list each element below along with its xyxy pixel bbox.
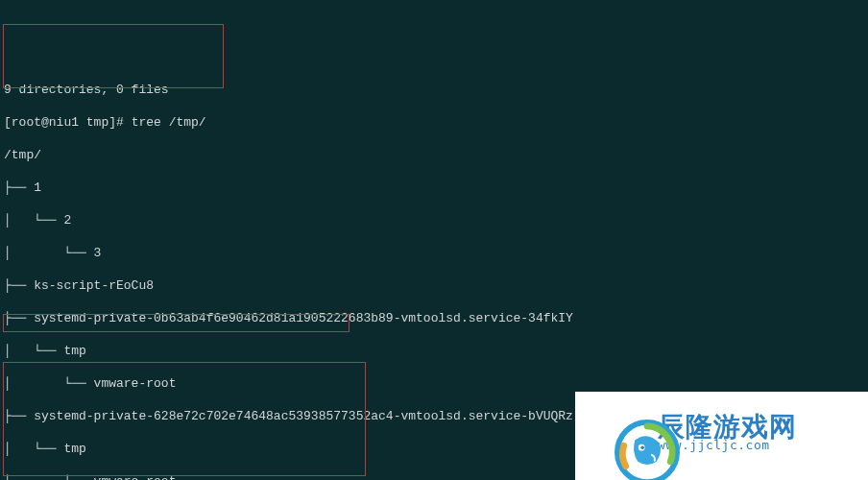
tree-line: │ └── tmp (4, 343, 864, 359)
tree-line: ├── 1 (4, 180, 864, 196)
tree-line: │ └── vmware-root (4, 375, 864, 392)
command-text: tree /tmp/ (132, 115, 206, 130)
output-line: 9 directories, 0 files (4, 82, 864, 98)
tree-root: /tmp/ (4, 147, 864, 163)
prompt-line: [root@niu1 tmp]# tree /tmp/ (4, 114, 864, 131)
tree-line: │ └── 3 (4, 245, 864, 261)
tree-line: ├── systemd-private-0b63ab4f6e90462d81a1… (4, 310, 864, 326)
tree-line: ├── ks-script-rEoCu8 (4, 277, 864, 294)
tree-line: │ └── 2 (4, 212, 864, 228)
prompt: [root@niu1 tmp]# (4, 115, 124, 130)
svg-point-2 (641, 445, 644, 448)
watermark-logo-icon (585, 403, 650, 468)
watermark-overlay: 辰隆游戏网 www.jjcljc.com (575, 392, 868, 480)
